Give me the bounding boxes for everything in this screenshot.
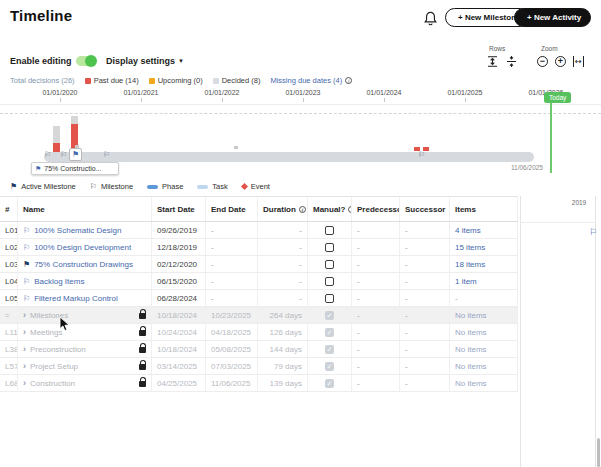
start-date-cell: 12/18/2019 bbox=[152, 239, 206, 255]
row-name-link[interactable]: 75% Construction Drawings bbox=[34, 260, 133, 269]
table-row[interactable]: =›Milestones10/18/202410/23/2025264 days… bbox=[0, 307, 518, 324]
row-id: L05 bbox=[5, 294, 18, 303]
table-row[interactable]: L03⚑75% Construction Drawings02/12/2020-… bbox=[0, 256, 518, 273]
row-name-link[interactable]: Filtered Markup Control bbox=[34, 294, 118, 303]
legend-item-task: Task bbox=[197, 182, 227, 191]
items-cell: No items bbox=[450, 341, 518, 357]
table-row[interactable]: L04⚐Backlog Items06/15/2020----1 item bbox=[0, 273, 518, 290]
selected-milestone-flag[interactable]: ⚑ bbox=[69, 148, 82, 161]
zoom-out-button[interactable]: − bbox=[537, 56, 548, 67]
expand-rows-icon bbox=[486, 55, 499, 68]
table-row[interactable]: L68›Construction04/25/202511/06/2025139 … bbox=[0, 375, 518, 392]
table-row[interactable]: L05⚐Filtered Markup Control06/28/2024---… bbox=[0, 290, 518, 307]
enable-editing-label: Enable editing bbox=[10, 56, 72, 66]
manual-cell bbox=[308, 273, 352, 289]
items-link[interactable]: 18 items bbox=[455, 260, 485, 269]
successor: - bbox=[405, 328, 408, 337]
column-header-successor[interactable]: Successor bbox=[400, 197, 450, 221]
row-name-link[interactable]: 100% Schematic Design bbox=[34, 226, 121, 235]
items-cell: 4 items bbox=[450, 222, 518, 238]
column-header-start-date[interactable]: Start Date bbox=[152, 197, 206, 221]
manual-checkbox[interactable]: ✓ bbox=[325, 345, 334, 354]
enable-editing-toggle[interactable] bbox=[76, 56, 96, 66]
manual-checkbox[interactable]: ✓ bbox=[325, 379, 334, 388]
vertical-scrollbar[interactable] bbox=[597, 438, 600, 467]
display-settings-dropdown[interactable]: Display settings▼ bbox=[106, 56, 184, 66]
decision-filter-item[interactable]: Past due (14) bbox=[85, 76, 139, 85]
column-header-duration[interactable]: Durationi bbox=[258, 197, 308, 221]
table-row[interactable]: L11›Meetings10/24/202404/18/2025126 days… bbox=[0, 324, 518, 341]
legend-label: Active Milestone bbox=[21, 182, 76, 191]
items-link[interactable]: 1 item bbox=[455, 277, 477, 286]
column-header-label: Predecessor bbox=[357, 205, 400, 214]
row-name[interactable]: Project Setup bbox=[30, 362, 78, 371]
decision-bar-gray[interactable] bbox=[71, 116, 78, 124]
start-date: 04/25/2025 bbox=[157, 379, 197, 388]
items-link[interactable]: No items bbox=[455, 362, 487, 371]
phase-bar[interactable] bbox=[44, 152, 534, 162]
column-header-label: Manual? bbox=[313, 205, 345, 214]
collapse-rows-button[interactable] bbox=[505, 55, 518, 68]
decision-bar-gray[interactable] bbox=[53, 126, 60, 143]
manual-checkbox[interactable]: ✓ bbox=[325, 311, 334, 320]
items-link[interactable]: No items bbox=[455, 379, 487, 388]
decision-filter-item[interactable]: Upcoming (0) bbox=[149, 76, 203, 85]
milestone-tooltip: ⚑75% Constructio... bbox=[31, 162, 119, 175]
milestone-flag-icon[interactable]: ⚐ bbox=[60, 150, 67, 160]
lock-icon bbox=[139, 381, 146, 387]
row-name-link[interactable]: 100% Design Development bbox=[34, 243, 131, 252]
manual-checkbox[interactable]: ✓ bbox=[325, 362, 334, 371]
table-row[interactable]: L01⚐100% Schematic Design09/26/2019----4… bbox=[0, 222, 518, 239]
chevron-right-icon[interactable]: › bbox=[23, 310, 26, 320]
expand-rows-button[interactable] bbox=[486, 55, 499, 68]
items-link[interactable]: No items bbox=[455, 345, 487, 354]
missing-due-dates-link[interactable]: Missing due dates (4)i bbox=[270, 76, 352, 85]
chevron-right-icon[interactable]: › bbox=[23, 361, 26, 371]
column-header-name[interactable]: Name bbox=[18, 197, 152, 221]
items-link[interactable]: 4 items bbox=[455, 226, 481, 235]
row-name[interactable]: Preconstruction bbox=[30, 345, 86, 354]
milestone-flag-icon[interactable]: ⚐ bbox=[103, 150, 110, 160]
column-header-predecessor[interactable]: Predecessor bbox=[352, 197, 400, 221]
manual-checkbox[interactable] bbox=[325, 226, 334, 235]
column-header-end-date[interactable]: End Date bbox=[206, 197, 258, 221]
table-row[interactable]: L38›Preconstruction10/18/202405/08/20251… bbox=[0, 341, 518, 358]
manual-checkbox[interactable] bbox=[325, 294, 334, 303]
total-decisions-label[interactable]: Total decisions (26) bbox=[10, 76, 75, 85]
items-link[interactable]: 15 items bbox=[455, 243, 485, 252]
row-name[interactable]: Construction bbox=[30, 379, 75, 388]
decision-filter-item[interactable]: Decided (8) bbox=[213, 76, 261, 85]
notification-bell-icon[interactable] bbox=[423, 11, 438, 27]
items-link[interactable]: No items bbox=[455, 328, 487, 337]
table-row[interactable]: L57›Project Setup03/14/202507/03/202579 … bbox=[0, 358, 518, 375]
chevron-right-icon[interactable]: › bbox=[23, 327, 26, 337]
zoom-fit-button[interactable]: ↔ bbox=[573, 56, 584, 67]
manual-checkbox[interactable] bbox=[325, 243, 334, 252]
chevron-right-icon[interactable]: › bbox=[23, 344, 26, 354]
column-header--[interactable]: # bbox=[0, 197, 18, 221]
manual-checkbox[interactable] bbox=[325, 260, 334, 269]
row-name-link[interactable]: Backlog Items bbox=[34, 277, 84, 286]
manual-checkbox[interactable]: ✓ bbox=[325, 328, 334, 337]
start-date: 09/26/2019 bbox=[157, 226, 197, 235]
milestone-flag-icon[interactable]: ⚐ bbox=[44, 150, 51, 160]
manual-checkbox[interactable] bbox=[325, 277, 334, 286]
chevron-right-icon[interactable]: › bbox=[23, 378, 26, 388]
milestone-flag-icon[interactable]: ⚐ bbox=[418, 150, 425, 160]
row-id-cell: L01 bbox=[0, 222, 18, 238]
end-date-cell: - bbox=[206, 222, 258, 238]
new-activity-button[interactable]: + New Activity bbox=[514, 8, 591, 27]
column-header-items[interactable]: Items bbox=[450, 197, 518, 221]
row-name-cell: ⚐Filtered Markup Control bbox=[18, 290, 152, 306]
items-cell: No items bbox=[450, 324, 518, 340]
table-row[interactable]: L02⚐100% Design Development12/18/2019---… bbox=[0, 239, 518, 256]
column-header-manual-[interactable]: Manual?i bbox=[308, 197, 352, 221]
today-badge: Today bbox=[544, 92, 571, 103]
successor: - bbox=[405, 362, 408, 371]
zoom-in-button[interactable]: + bbox=[555, 56, 566, 67]
task-tick[interactable] bbox=[234, 146, 238, 149]
flag-outline-icon: ⚐ bbox=[23, 243, 30, 252]
end-date-cell: - bbox=[206, 290, 258, 306]
items-link[interactable]: No items bbox=[455, 311, 487, 320]
milestone-flag-icon[interactable]: ⚐ bbox=[589, 227, 597, 237]
